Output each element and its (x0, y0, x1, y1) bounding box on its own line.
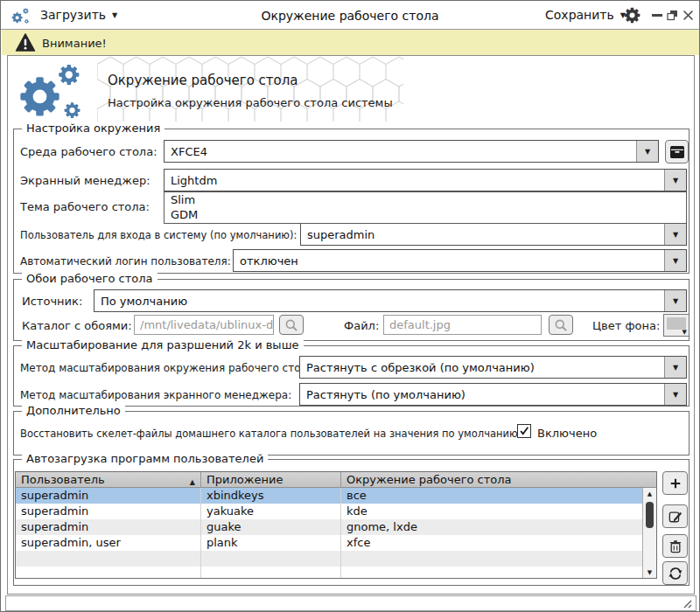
bg-color-button[interactable]: ▼ (663, 314, 690, 337)
warning-text: Внимание! (42, 37, 107, 50)
skel-restore-checkbox[interactable] (517, 424, 531, 438)
combo-arrow-icon[interactable]: ▼ (664, 357, 686, 378)
table-cell (341, 551, 642, 567)
desktop-theme-label: Тема рабочего стола: (20, 200, 150, 213)
settings-gear-button[interactable] (624, 7, 640, 24)
maximize-button[interactable] (667, 10, 678, 21)
resize-grip[interactable] (681, 598, 693, 609)
combo-arrow-icon[interactable]: ▼ (664, 170, 686, 191)
combo-arrow-icon[interactable]: ▼ (664, 384, 686, 405)
combo-arrow-icon[interactable]: ▼ (664, 290, 686, 311)
autostart-table: Пользователь ▲ Приложение Окружение рабо… (15, 471, 657, 579)
wallpaper-source-value: По умолчанию (101, 295, 187, 308)
table-cell: xfce (341, 535, 642, 551)
default-user-label: Пользователь для входа в систему (по умо… (20, 229, 297, 241)
table-cell: guake (201, 519, 341, 535)
section-scaling-legend: Масштабирование для разршений 2k и выше (22, 338, 304, 351)
scaling-dm-combo[interactable]: Растянуть (по умолчанию) ▼ (299, 383, 687, 406)
search-icon (284, 318, 298, 332)
table-filler-row (16, 551, 642, 567)
column-header-label: Окружение рабочего стола (346, 473, 512, 486)
table-cell: superadmin, user (16, 535, 201, 551)
default-user-combo[interactable]: superadmin ▼ (300, 223, 687, 246)
autologin-combo[interactable]: отключен ▼ (233, 249, 687, 272)
combo-arrow-icon[interactable]: ▼ (664, 224, 686, 245)
delete-row-button[interactable] (662, 534, 688, 558)
display-manager-dropdown-list: Slim GDM (164, 191, 687, 224)
dropdown-option-gdm[interactable]: GDM (164, 207, 686, 222)
table-cell: superadmin (16, 488, 201, 504)
sort-asc-icon: ▲ (190, 475, 195, 487)
edit-row-button[interactable] (662, 504, 688, 528)
table-row[interactable]: superadminyakuakekde (16, 504, 642, 519)
warning-banner: Внимание! (2, 30, 700, 55)
browse-file-button[interactable] (549, 315, 573, 335)
column-header-app[interactable]: Приложение (201, 472, 341, 487)
add-row-button[interactable] (662, 471, 688, 495)
table-cell: все (341, 488, 642, 504)
combo-arrow-icon[interactable]: ▼ (664, 250, 686, 271)
vertical-scrollbar[interactable]: ▲ ▼ (642, 488, 656, 578)
autostart-table-body: superadminxbindkeysвсеsuperadminyakuakek… (16, 488, 642, 578)
banner-gears-logo-icon (15, 59, 97, 123)
wallpaper-file-input[interactable]: default.jpg (383, 315, 542, 335)
wallpaper-source-label: Источник: (22, 295, 82, 308)
table-cell: yakuake (201, 504, 341, 519)
chevron-down-icon: ▼ (682, 329, 687, 336)
minimize-button[interactable] (652, 14, 662, 17)
hexagon-pattern-decoration (97, 57, 403, 122)
table-cell: gnome, lxde (341, 519, 642, 535)
status-bar (5, 595, 696, 611)
edit-pencil-icon (668, 510, 682, 524)
archive-box-icon (669, 145, 685, 159)
combo-arrow-icon[interactable]: ▼ (636, 141, 658, 162)
scaling-desktop-combo[interactable]: Растянуть с обрезкой (по умолчанию) ▼ (299, 356, 687, 379)
desktop-env-value: XFCE4 (171, 145, 207, 158)
table-header: Пользователь ▲ Приложение Окружение рабо… (16, 472, 656, 488)
app-window: Загрузить ▼ Окружение рабочего стола Сох… (0, 0, 700, 612)
column-header-env[interactable]: Окружение рабочего стола (341, 472, 656, 487)
trash-icon (669, 539, 682, 553)
plus-icon (669, 477, 682, 490)
desktop-env-combo[interactable]: XFCE4 ▼ (164, 140, 659, 163)
table-row[interactable]: superadminxbindkeysвсе (16, 488, 642, 504)
wallpaper-dir-input[interactable]: /mnt/livedata/ublinux-data/b (134, 315, 274, 335)
scroll-down-icon[interactable]: ▼ (643, 567, 656, 578)
wallpaper-source-combo[interactable]: По умолчанию ▼ (94, 289, 687, 312)
table-cell (16, 567, 201, 578)
display-manager-label: Экранный менеджер: (20, 174, 150, 187)
desktop-env-label: Среда рабочего стола: (20, 145, 158, 158)
warning-triangle-icon (15, 33, 36, 52)
save-button-label: Сохранить (545, 8, 614, 22)
banner-title: Окружение рабочего стола (108, 73, 298, 88)
column-header-label: Пользователь (21, 473, 105, 486)
scroll-up-icon[interactable]: ▲ (643, 488, 656, 499)
table-row[interactable]: superadminguakegnome, lxde (16, 519, 642, 535)
default-user-value: superadmin (307, 228, 374, 241)
column-header-user[interactable]: Пользователь ▲ (16, 472, 201, 487)
table-filler-row (16, 567, 642, 578)
save-button[interactable]: Сохранить ▼ (545, 1, 626, 29)
display-manager-combo[interactable]: Lightdm ▼ (164, 169, 687, 191)
install-package-button[interactable] (665, 140, 689, 163)
autologin-label: Автоматический логин пользователя: (20, 255, 231, 268)
scaling-desktop-value: Растянуть с обрезкой (по умолчанию) (306, 361, 535, 374)
table-row[interactable]: superadmin, userplankxfce (16, 535, 642, 551)
refresh-button[interactable] (662, 561, 688, 585)
browse-dir-button[interactable] (279, 315, 304, 335)
dropdown-option-slim[interactable]: Slim (164, 192, 686, 207)
skel-restore-state: Включено (537, 427, 597, 440)
skel-restore-label: Восстановить скелет-файлы домашнего ката… (20, 428, 522, 440)
section-environment-legend: Настройка окружения (22, 122, 164, 135)
checkmark-icon (519, 426, 529, 436)
scaling-desktop-label: Метод масштабирования окружения рабочего… (20, 362, 318, 374)
column-header-label: Приложение (206, 473, 283, 486)
banner-subtitle: Настройка окружения рабочего стола систе… (108, 96, 393, 109)
table-cell: plank (201, 535, 341, 551)
table-cell: superadmin (16, 504, 201, 519)
table-cell (201, 567, 341, 578)
scrollbar-thumb[interactable] (646, 502, 654, 528)
wallpaper-dir-label: Каталог с обоями: (22, 319, 132, 332)
autologin-value: отключен (240, 254, 298, 268)
close-button[interactable] (682, 10, 694, 21)
